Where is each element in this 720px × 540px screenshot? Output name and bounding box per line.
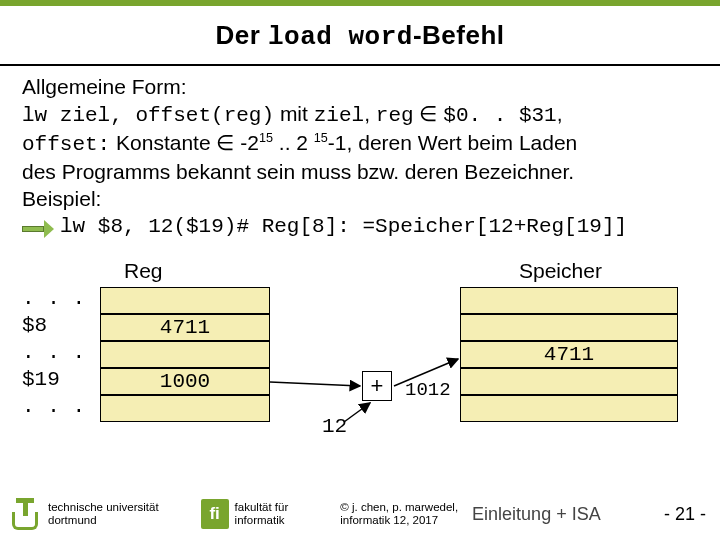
row-r8: $8 (22, 314, 47, 337)
arrow-icon (22, 220, 54, 238)
line-2: lw ziel, offset(reg) mit ziel, reg ∈ $0.… (22, 101, 698, 130)
footer: technische universität dortmund fi fakul… (0, 488, 720, 540)
row-dots: . . . (22, 341, 85, 364)
title-post: -Befehl (413, 20, 505, 50)
row-dots: . . . (22, 287, 85, 310)
row-dots: . . . (22, 395, 85, 418)
line-5: Beispiel: (22, 186, 698, 213)
mem-cell (460, 314, 678, 341)
title-command: load word (268, 22, 413, 52)
line-1: Allgemeine Form: (22, 74, 698, 101)
adder-box: + (362, 371, 392, 401)
reg-cell (100, 395, 270, 422)
syntax: lw ziel, offset(reg) (22, 104, 274, 127)
svg-line-1 (344, 403, 370, 422)
university-text: technische universität dortmund (48, 501, 159, 527)
divider (0, 64, 720, 66)
reg8-cell: 4711 (100, 314, 270, 341)
mem-val-cell: 4711 (460, 341, 678, 368)
example-line: lw $8, 12($19)# Reg[8]: =Speicher[12+Reg… (22, 214, 698, 241)
reg19-cell: 1000 (100, 368, 270, 395)
reg-cell (100, 341, 270, 368)
body-text: Allgemeine Form: lw ziel, offset(reg) mi… (0, 74, 720, 241)
register-label: Reg (124, 259, 163, 283)
offset-value: 12 (322, 415, 347, 438)
mem-cell (460, 287, 678, 314)
faculty-text: fakultät für informatik (235, 501, 289, 527)
diagram: Reg Speicher . . . $8 . . . $19 . . . 47… (22, 259, 720, 444)
page-number: - 21 - (664, 504, 706, 525)
tu-logo-icon (8, 496, 42, 532)
mem-cell (460, 368, 678, 395)
title-pre: Der (215, 20, 268, 50)
lecture-title: Einleitung + ISA (472, 504, 601, 525)
university-block: technische universität dortmund (8, 496, 159, 532)
row-r19: $19 (22, 368, 60, 391)
memory-label: Speicher (519, 259, 602, 283)
svg-line-0 (270, 382, 360, 386)
line-3: offset: Konstante ∈ -215 .. 2 15-1, dere… (22, 130, 698, 159)
address-value: 1012 (405, 379, 451, 401)
slide-title: Der load word-Befehl (0, 6, 720, 64)
faculty-block: fi fakultät für informatik (201, 499, 289, 529)
fi-logo-icon: fi (201, 499, 229, 529)
line-4: des Programms bekannt sein muss bzw. der… (22, 159, 698, 186)
example-code: lw $8, 12($19)# Reg[8]: =Speicher[12+Reg… (60, 214, 627, 241)
copyright: © j. chen, p. marwedel, informatik 12, 2… (340, 501, 458, 527)
reg-cell (100, 287, 270, 314)
mem-cell (460, 395, 678, 422)
